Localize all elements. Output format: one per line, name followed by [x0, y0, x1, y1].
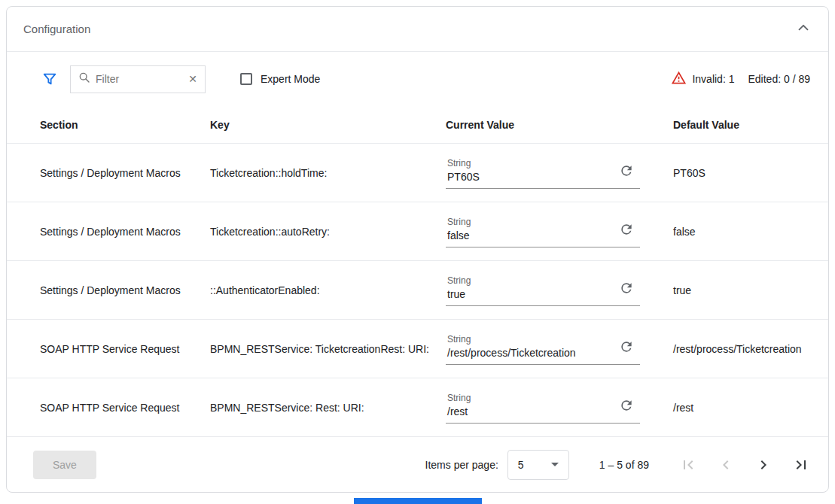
- row-section: SOAP HTTP Service Request: [40, 402, 210, 414]
- table-row: SOAP HTTP Service Request BPMN_RESTServi…: [7, 320, 828, 378]
- invalid-count-label: Invalid: 1: [692, 73, 734, 85]
- filter-searchbox: ✕: [70, 65, 206, 93]
- row-key: Ticketcreation::autoRetry:: [210, 226, 446, 238]
- row-default-value: true: [673, 284, 810, 296]
- row-default-value: /rest/process/Ticketcreation: [673, 343, 810, 355]
- table-row: Settings / Deployment Macros Ticketcreat…: [7, 144, 828, 202]
- row-key: BPMN_RESTService: TicketcreationRest: UR…: [210, 343, 446, 355]
- page-size-select[interactable]: 5: [507, 450, 569, 480]
- panel-header: Configuration: [7, 7, 828, 52]
- page-title: Configuration: [23, 23, 90, 35]
- row-section: SOAP HTTP Service Request: [40, 343, 210, 355]
- current-value-field[interactable]: String true: [446, 274, 640, 306]
- table-header-row: Section Key Current Value Default Value: [7, 106, 828, 144]
- collapse-panel-button[interactable]: [795, 20, 812, 39]
- table-row: Settings / Deployment Macros Ticketcreat…: [7, 202, 828, 261]
- filter-funnel-icon[interactable]: [41, 71, 58, 87]
- current-value-input[interactable]: true: [447, 288, 471, 300]
- reset-value-icon[interactable]: [619, 398, 634, 413]
- value-type-label: String: [447, 158, 480, 169]
- current-value-input[interactable]: /rest/process/Ticketcreation: [447, 347, 576, 359]
- value-type-label: String: [447, 217, 471, 227]
- reset-value-icon[interactable]: [619, 281, 634, 296]
- status-area: Invalid: 1 Edited: 0 / 89: [671, 70, 810, 88]
- clear-filter-icon[interactable]: ✕: [188, 74, 197, 84]
- panel-footer: Save Items per page: 5 1 – 5 of 89: [7, 437, 828, 492]
- current-value-input[interactable]: PT60S: [447, 171, 480, 183]
- row-default-value: /rest: [673, 402, 810, 414]
- header-key: Key: [210, 119, 446, 131]
- current-value-field[interactable]: String /rest/process/Ticketcreation: [446, 332, 640, 365]
- bottom-blue-bar: [354, 498, 482, 504]
- expert-mode-checkbox[interactable]: [240, 73, 252, 85]
- current-value-field[interactable]: String false: [446, 215, 640, 247]
- value-type-label: String: [447, 275, 471, 286]
- current-value-input[interactable]: /rest: [447, 405, 471, 417]
- row-default-value: PT60S: [673, 167, 810, 179]
- header-section: Section: [40, 119, 210, 131]
- pager-buttons: [679, 456, 810, 474]
- table-row: Settings / Deployment Macros ::Authentic…: [7, 261, 828, 320]
- reset-value-icon[interactable]: [619, 222, 634, 237]
- invalid-status: Invalid: 1: [671, 70, 734, 88]
- edited-count-label: Edited: 0 / 89: [748, 73, 810, 85]
- value-type-label: String: [447, 393, 471, 403]
- first-page-button[interactable]: [679, 456, 697, 474]
- expert-mode-toggle[interactable]: Expert Mode: [240, 73, 320, 85]
- page-size-value: 5: [518, 459, 524, 471]
- search-icon: [78, 71, 90, 87]
- save-button[interactable]: Save: [33, 451, 96, 479]
- chevron-up-icon: [795, 20, 812, 39]
- expert-mode-label: Expert Mode: [261, 73, 320, 85]
- paginator: Items per page: 5 1 – 5 of 89: [425, 450, 810, 480]
- row-key: ::AuthenticatorEnabled:: [210, 284, 446, 296]
- reset-value-icon[interactable]: [619, 163, 634, 178]
- page-range-label: 1 – 5 of 89: [599, 459, 649, 471]
- next-page-button[interactable]: [754, 456, 773, 474]
- row-section: Settings / Deployment Macros: [40, 167, 210, 179]
- row-key: BPMN_RESTService: Rest: URI:: [210, 402, 446, 414]
- previous-page-button[interactable]: [717, 456, 735, 474]
- warning-triangle-icon: [671, 70, 687, 88]
- last-page-button[interactable]: [792, 456, 810, 474]
- row-key: Ticketcreation::holdTime:: [210, 167, 446, 179]
- row-section: Settings / Deployment Macros: [40, 284, 210, 296]
- toolbar: ✕ Expert Mode Invalid: 1 Edited: 0 / 89: [7, 52, 828, 106]
- dropdown-caret-icon: [551, 463, 559, 466]
- reset-value-icon[interactable]: [619, 339, 634, 354]
- configuration-panel: Configuration ✕ Expert Mode: [6, 6, 829, 493]
- current-value-field[interactable]: String /rest: [446, 391, 640, 424]
- row-section: Settings / Deployment Macros: [40, 226, 210, 238]
- header-current-value: Current Value: [446, 119, 673, 131]
- row-default-value: false: [673, 226, 810, 238]
- table-row: SOAP HTTP Service Request BPMN_RESTServi…: [7, 378, 828, 437]
- header-default-value: Default Value: [673, 119, 810, 131]
- current-value-field[interactable]: String PT60S: [446, 156, 640, 189]
- filter-input[interactable]: [96, 73, 183, 85]
- items-per-page-label: Items per page:: [425, 459, 498, 471]
- current-value-input[interactable]: false: [447, 229, 471, 241]
- value-type-label: String: [447, 334, 576, 345]
